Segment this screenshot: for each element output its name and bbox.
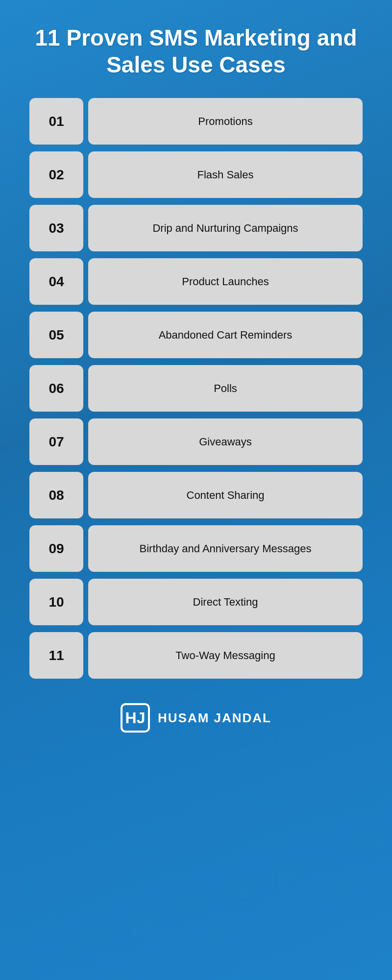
items-list: 01Promotions02Flash Sales03Drip and Nurt… (29, 98, 363, 679)
svg-text:HJ: HJ (125, 709, 146, 727)
list-item-number-8: 08 (29, 472, 83, 518)
list-item: 02Flash Sales (29, 151, 363, 198)
list-item-label-5: Abandoned Cart Reminders (88, 312, 363, 358)
list-item-number-9: 09 (29, 525, 83, 572)
list-item: 07Giveaways (29, 418, 363, 465)
list-item-number-5: 05 (29, 312, 83, 358)
brand-logo-icon: HJ (121, 703, 150, 733)
list-item-label-9: Birthday and Anniversary Messages (88, 525, 363, 572)
list-item: 05Abandoned Cart Reminders (29, 312, 363, 358)
list-item-number-4: 04 (29, 258, 83, 305)
list-item-label-1: Promotions (88, 98, 363, 145)
list-item: 06Polls (29, 365, 363, 412)
list-item-number-6: 06 (29, 365, 83, 412)
list-item-number-11: 11 (29, 632, 83, 679)
list-item: 10Direct Texting (29, 579, 363, 625)
page-title: 11 Proven SMS Marketing and Sales Use Ca… (29, 24, 363, 78)
footer: HJ HUSAM JANDAL (121, 703, 271, 733)
list-item-number-2: 02 (29, 151, 83, 198)
list-item: 09Birthday and Anniversary Messages (29, 525, 363, 572)
list-item-label-3: Drip and Nurturing Campaigns (88, 205, 363, 251)
list-item-label-7: Giveaways (88, 418, 363, 465)
list-item: 04Product Launches (29, 258, 363, 305)
list-item-label-8: Content Sharing (88, 472, 363, 518)
list-item-number-3: 03 (29, 205, 83, 251)
list-item-label-11: Two-Way Messaging (88, 632, 363, 679)
list-item: 01Promotions (29, 98, 363, 145)
list-item-label-6: Polls (88, 365, 363, 412)
list-item: 11Two-Way Messaging (29, 632, 363, 679)
list-item-number-10: 10 (29, 579, 83, 625)
list-item-label-4: Product Launches (88, 258, 363, 305)
list-item-label-10: Direct Texting (88, 579, 363, 625)
list-item: 03Drip and Nurturing Campaigns (29, 205, 363, 251)
brand-name: HUSAM JANDAL (158, 710, 271, 726)
list-item: 08Content Sharing (29, 472, 363, 518)
list-item-label-2: Flash Sales (88, 151, 363, 198)
list-item-number-7: 07 (29, 418, 83, 465)
list-item-number-1: 01 (29, 98, 83, 145)
